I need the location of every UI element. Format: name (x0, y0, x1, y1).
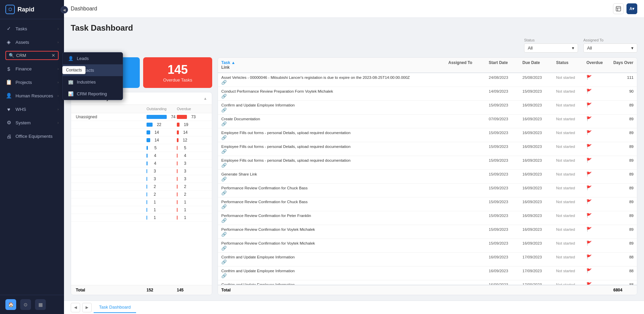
overdue-bar-cell: 19 (177, 122, 207, 127)
overdue-col-header[interactable]: Overdue (586, 60, 613, 65)
leads-icon: 👤 (68, 56, 73, 61)
crm-dropdown: 👤 Leads 🔍 Contacts 🏢 Industries 📊 CRM Re… (62, 52, 123, 100)
days-over: 89 (613, 103, 634, 107)
overdue-bar (177, 115, 187, 119)
days-over-col-header[interactable]: Days Over (613, 60, 634, 65)
outstanding-bar (147, 208, 147, 212)
link-icon[interactable]: 🔗 (221, 107, 448, 113)
link-icon[interactable]: 🔗 (221, 218, 448, 223)
crm-item-label: Industries (77, 80, 96, 85)
sidebar-item-tasks[interactable]: ✓ Tasks › (0, 22, 64, 35)
link-col-header[interactable]: Link (221, 65, 448, 70)
sidebar-item-finance[interactable]: $ Finance › (0, 62, 64, 75)
sidebar-item-whs[interactable]: ♥ WHS › (0, 102, 64, 116)
start-date: 24/08/2023 (489, 75, 522, 80)
table-row: Confrim and Update Employee Information … (218, 266, 637, 280)
status: Not started (556, 255, 586, 259)
start-date: 16/09/2023 (489, 269, 522, 273)
link-icon[interactable]: 🔗 (221, 204, 448, 209)
crm-dropdown-item-leads[interactable]: 👤 Leads (63, 53, 123, 64)
days-over: 89 (613, 214, 634, 218)
hr-icon: 👤 (5, 92, 12, 99)
task-summary-row: 3 3 (71, 175, 212, 183)
app-logo[interactable]: ⬡ Rapid (0, 0, 64, 19)
due-date: 16/09/2023 (522, 172, 556, 176)
assigned-to-col-header[interactable]: Assigned To (448, 60, 489, 65)
link-icon[interactable]: 🔗 (221, 135, 448, 140)
flag-icon: 🚩 (586, 89, 613, 94)
home-button[interactable]: 🏠 (5, 299, 16, 310)
assets-icon: ◈ (5, 39, 12, 45)
due-date: 16/09/2023 (522, 158, 556, 162)
link-icon[interactable]: 🔗 (221, 246, 448, 251)
link-icon[interactable]: 🔗 (221, 80, 448, 85)
crm-dropdown-item-crm-reporting[interactable]: 📊 CRM Reporting (63, 88, 123, 100)
status: Not started (556, 200, 586, 204)
task-col-header[interactable]: Task ▲ (221, 60, 448, 65)
sidebar-item-office-equipments[interactable]: 🖨 Office Equipments (0, 129, 64, 143)
days-over: 89 (613, 241, 634, 245)
overdue-num: 3 (180, 161, 186, 166)
overdue-bar (177, 177, 178, 181)
industries-icon: 🏢 (68, 80, 73, 85)
sidebar-item-projects[interactable]: 📋 Projects › (0, 75, 64, 89)
sidebar-item-human-resources[interactable]: 👤 Human Resources › (0, 89, 64, 102)
tab-task-dashboard[interactable]: Task Dashboard (94, 302, 136, 313)
flag-icon: 🚩 (586, 158, 613, 163)
link-icon[interactable]: 🔗 (221, 149, 448, 154)
sidebar-collapse-button[interactable]: ◀ (61, 6, 68, 13)
crm-search-box[interactable]: 🔍 CRM ✕ (5, 51, 59, 60)
task-table-panel: Task ▲ Assigned To Start Date Due Date S… (218, 57, 637, 295)
status: Not started (556, 75, 586, 80)
sidebar-item-assets[interactable]: ◈ Assets › (0, 35, 64, 49)
sidebar-item-system[interactable]: ⚙ System › (0, 116, 64, 129)
due-date: 15/09/2023 (522, 89, 556, 93)
start-date: 07/09/2023 (489, 117, 522, 121)
link-icon[interactable]: 🔗 (221, 190, 448, 195)
table-row: Asset Vehicles - 00000046 - Mitsubishi L… (218, 73, 637, 87)
due-date: 25/08/2023 (522, 75, 556, 80)
task-name: Employee Fills out forms - personal Deta… (221, 131, 448, 135)
footer-outstanding: 152 (147, 288, 177, 292)
overdue-bar (177, 216, 178, 220)
chevron-right-icon: › (58, 107, 59, 111)
whs-icon: ♥ (5, 106, 12, 113)
overdue-bar (177, 169, 178, 173)
user-menu-button[interactable]: A▾ (626, 3, 637, 14)
outstanding-bar (147, 216, 147, 220)
status-col-header[interactable]: Status (556, 60, 586, 65)
tab-prev-button[interactable]: ◀ (71, 303, 80, 312)
content-area: Task Dashboard Status All ▾ Assigned To … (64, 18, 644, 301)
status-select[interactable]: All ▾ (524, 43, 578, 53)
outstanding-num: 4 (150, 153, 156, 158)
link-icon[interactable]: 🔗 (221, 273, 448, 278)
outstanding-bar-cell: 1 (147, 200, 177, 205)
close-icon[interactable]: ✕ (52, 53, 55, 58)
table-row: Generate Share Link 15/09/2023 16/09/202… (218, 170, 637, 184)
task-summary-row: Unassigned 74 73 (71, 113, 212, 121)
overdue-num: 3 (180, 177, 186, 181)
overdue-num: 12 (181, 138, 187, 143)
notification-button[interactable] (613, 3, 624, 14)
sidebar-item-label: Human Resources (15, 93, 53, 98)
link-icon[interactable]: 🔗 (221, 232, 448, 237)
nodes-button[interactable]: ⊙ (20, 299, 31, 310)
tab-next-button[interactable]: ▶ (82, 303, 92, 312)
link-icon[interactable]: 🔗 (221, 94, 448, 99)
link-icon[interactable]: 🔗 (221, 163, 448, 168)
flag-icon: 🚩 (586, 144, 613, 149)
assigned-to-select[interactable]: All ▾ (583, 43, 637, 53)
chart-button[interactable]: ▦ (35, 299, 46, 310)
task-summary-row: 2 2 (71, 191, 212, 198)
link-icon[interactable]: 🔗 (221, 259, 448, 264)
task-name: Employee Fills out forms - personal Deta… (221, 145, 448, 149)
overdue-tasks-card: 145 Overdue Tasks (143, 57, 212, 88)
start-date-col-header[interactable]: Start Date (489, 60, 522, 65)
crm-dropdown-item-industries[interactable]: 🏢 Industries (63, 76, 123, 88)
task-summary-row: 1 1 (71, 198, 212, 206)
due-date-col-header[interactable]: Due Date (522, 60, 556, 65)
link-icon[interactable]: 🔗 (221, 177, 448, 182)
link-icon[interactable]: 🔗 (221, 121, 448, 126)
days-over: 89 (613, 131, 634, 135)
flag-icon: 🚩 (586, 102, 613, 107)
